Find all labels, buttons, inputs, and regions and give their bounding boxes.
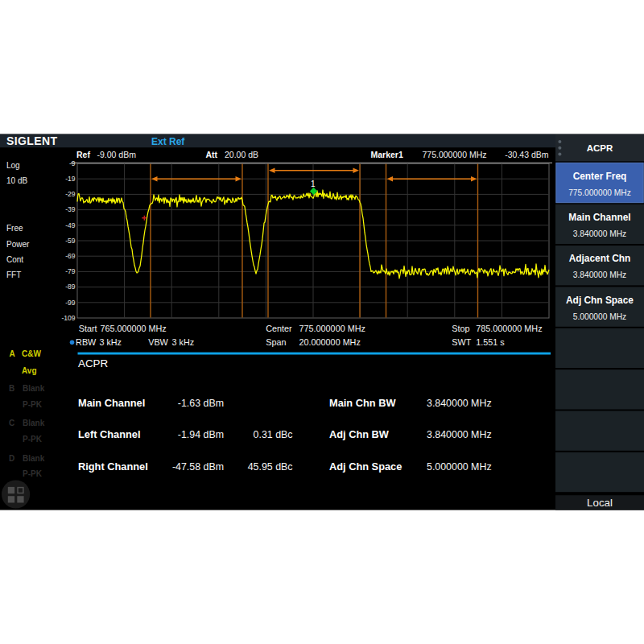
svg-text:-19: -19 [65,175,76,183]
svg-text:Ext Ref: Ext Ref [151,136,185,147]
svg-text:-69: -69 [65,252,76,260]
svg-text:Adjacent Chn: Adjacent Chn [569,253,631,264]
svg-text:3.840000 MHz: 3.840000 MHz [427,398,492,409]
svg-text:ACPR: ACPR [587,143,613,153]
svg-text:Local: Local [587,497,613,509]
svg-text:Power: Power [6,240,30,249]
svg-text:Att: Att [206,150,218,159]
svg-text:775.000000 MHz: 775.000000 MHz [568,188,631,197]
svg-text:1.551 s: 1.551 s [476,337,505,347]
svg-text:-79: -79 [65,267,76,275]
svg-text:765.000000 MHz: 765.000000 MHz [100,324,166,333]
svg-text:Cont: Cont [6,255,23,264]
svg-text:Blank: Blank [23,419,45,427]
svg-text:-99: -99 [65,299,76,307]
svg-text:Marker1: Marker1 [371,150,403,159]
svg-text:Adj Chn Space: Adj Chn Space [329,460,402,473]
svg-text:-30.43 dBm: -30.43 dBm [505,150,549,159]
svg-text:3 kHz: 3 kHz [172,337,195,347]
svg-text:3.840000 MHz: 3.840000 MHz [573,270,626,279]
svg-text:775.000000 MHz: 775.000000 MHz [299,324,365,333]
svg-text:Free: Free [6,224,23,233]
svg-text:P-PK: P-PK [23,400,43,409]
svg-text:Blank: Blank [23,384,45,393]
svg-text:FFT: FFT [6,270,21,279]
svg-text:B: B [9,384,14,393]
svg-text:Main Channel: Main Channel [568,212,630,223]
svg-text:VBW: VBW [148,337,168,347]
svg-text:Ref: Ref [76,150,90,159]
svg-text:3 kHz: 3 kHz [99,337,122,347]
svg-text:775.000000 MHz: 775.000000 MHz [423,150,487,159]
svg-text:0.31 dBc: 0.31 dBc [254,429,293,440]
svg-text:-29: -29 [65,190,76,198]
svg-text:45.95 dBc: 45.95 dBc [248,461,293,473]
svg-text:P-PK: P-PK [23,469,43,478]
svg-text:ACPR: ACPR [78,357,109,369]
svg-text:3.840000 MHz: 3.840000 MHz [573,229,626,238]
svg-text:Log: Log [6,161,20,170]
svg-text:20.000000 MHz: 20.000000 MHz [299,337,361,347]
svg-text:-9: -9 [69,159,76,167]
svg-text:5.000000 MHz: 5.000000 MHz [427,461,492,473]
svg-text:Adj Chn BW: Adj Chn BW [329,428,390,440]
svg-text:-49: -49 [65,221,76,229]
svg-text:-9.00 dBm: -9.00 dBm [97,150,137,159]
svg-text:785.000000 MHz: 785.000000 MHz [476,324,542,333]
svg-text:Adj Chn Space: Adj Chn Space [566,295,634,306]
svg-text:Main Channel: Main Channel [78,397,145,409]
svg-text:5.000000 MHz: 5.000000 MHz [573,312,626,321]
svg-text:SIGLENT: SIGLENT [6,134,58,147]
svg-text:-109: -109 [61,314,75,322]
svg-text:D: D [9,454,14,463]
svg-text:Main Chn BW: Main Chn BW [329,397,396,409]
svg-text:1: 1 [311,180,316,188]
svg-text:RBW: RBW [76,337,97,347]
svg-text:A: A [10,349,15,358]
svg-text:P-PK: P-PK [23,435,43,444]
svg-text:SWT: SWT [452,337,471,347]
svg-text:Span: Span [266,337,286,347]
svg-text:Start: Start [79,324,97,333]
svg-text:-89: -89 [65,283,76,291]
svg-text:-39: -39 [65,205,76,213]
svg-text:Avg: Avg [22,366,37,375]
svg-text:3.840000 MHz: 3.840000 MHz [427,429,492,440]
svg-text:-1.94 dBm: -1.94 dBm [178,429,224,440]
svg-text:Stop: Stop [452,324,469,333]
svg-text:Center Freq: Center Freq [573,171,627,182]
svg-text:-47.58 dBm: -47.58 dBm [172,461,224,473]
svg-text:C: C [9,419,14,427]
svg-text:Left Channel: Left Channel [78,428,141,440]
svg-text:Right Channel: Right Channel [78,460,148,473]
svg-text:Center: Center [266,324,292,333]
svg-text:20.00 dB: 20.00 dB [225,150,258,159]
svg-text:-59: -59 [65,237,76,245]
svg-text:C&W: C&W [22,349,41,358]
svg-text:10 dB: 10 dB [6,176,27,185]
svg-text:-1.63 dBm: -1.63 dBm [178,398,224,409]
svg-text:Blank: Blank [23,454,45,463]
